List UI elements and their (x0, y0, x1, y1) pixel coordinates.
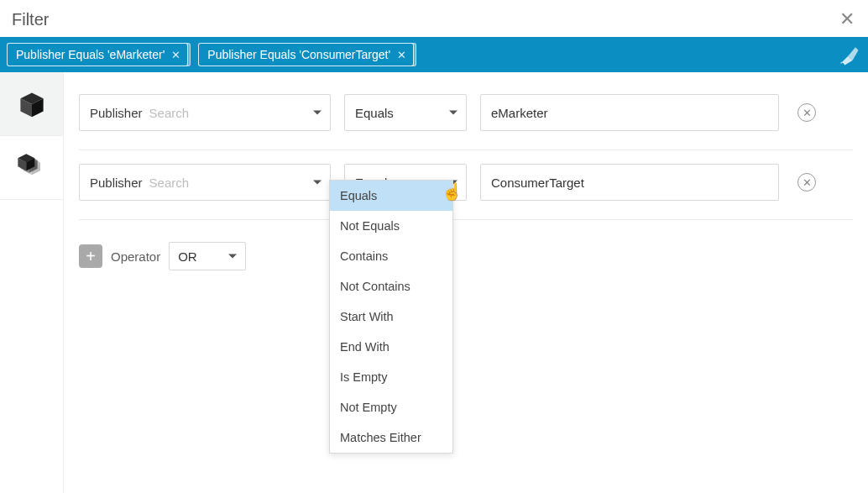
filter-builder: Publisher Search Equals ✕ Publisher Sear… (64, 72, 868, 493)
operator-dropdown: EqualsNot EqualsContainsNot ContainsStar… (329, 180, 453, 454)
dialog-header: Filter ✕ (0, 0, 868, 37)
value-input-wrapper (480, 94, 779, 131)
attribute-select[interactable]: Publisher Search (79, 164, 331, 201)
operator-option[interactable]: Matches Either (330, 422, 452, 453)
attribute-name: Publisher (90, 106, 143, 120)
combiner-value: OR (178, 249, 197, 264)
operator-option[interactable]: Not Empty (330, 392, 452, 422)
chip-remove-icon[interactable]: ✕ (171, 49, 180, 61)
value-input[interactable] (491, 106, 768, 120)
close-icon[interactable]: ✕ (838, 10, 856, 29)
cube-stack-icon (15, 151, 49, 185)
dimension-block[interactable] (0, 72, 63, 136)
filter-row: Publisher Search Equals ✕ (79, 81, 853, 150)
filter-chip[interactable]: Publisher Equals 'ConsumerTarget' ✕ (198, 43, 414, 66)
cube-icon (18, 90, 46, 118)
chevron-down-icon (228, 254, 237, 259)
filter-row: Publisher Search Equals ✕ (79, 150, 853, 220)
dialog-title: Filter (12, 10, 49, 29)
add-filter-button[interactable]: + (79, 244, 102, 268)
chevron-down-icon (449, 111, 458, 115)
operator-option[interactable]: End With (330, 332, 452, 362)
operator-option[interactable]: Is Empty (330, 362, 452, 392)
attribute-search-placeholder: Search (149, 176, 190, 190)
operator-option[interactable]: Contains (330, 241, 452, 271)
operator-option[interactable]: Not Contains (330, 271, 452, 302)
chevron-down-icon (313, 181, 322, 185)
value-input[interactable] (491, 176, 768, 190)
chevron-down-icon (313, 111, 322, 115)
filter-chip-label: Publisher Equals 'ConsumerTarget' (207, 48, 390, 61)
operator-option[interactable]: Not Equals (330, 211, 452, 241)
attribute-search-placeholder: Search (149, 106, 190, 120)
operator-option[interactable]: Equals (330, 181, 452, 211)
attribute-select[interactable]: Publisher Search (79, 94, 331, 131)
dimension-block[interactable] (0, 136, 63, 200)
combiner-select[interactable]: OR (169, 242, 246, 270)
filter-chip-bar: Publisher Equals 'eMarketer' ✕ Publisher… (0, 37, 868, 72)
attribute-name: Publisher (90, 176, 143, 190)
operator-option[interactable]: Start With (330, 302, 452, 332)
operator-value: Equals (355, 106, 394, 120)
clear-all-icon[interactable] (838, 43, 861, 66)
chip-remove-icon[interactable]: ✕ (397, 49, 406, 61)
dimension-rail (0, 72, 64, 493)
delete-row-button[interactable]: ✕ (797, 103, 816, 122)
value-input-wrapper (480, 164, 779, 201)
filter-chip[interactable]: Publisher Equals 'eMarketer' ✕ (7, 43, 188, 66)
combiner-row: + Operator OR (79, 220, 853, 270)
filter-chip-label: Publisher Equals 'eMarketer' (16, 48, 165, 61)
operator-select[interactable]: Equals (344, 94, 467, 131)
combiner-label: Operator (111, 249, 160, 264)
delete-row-button[interactable]: ✕ (797, 173, 816, 191)
